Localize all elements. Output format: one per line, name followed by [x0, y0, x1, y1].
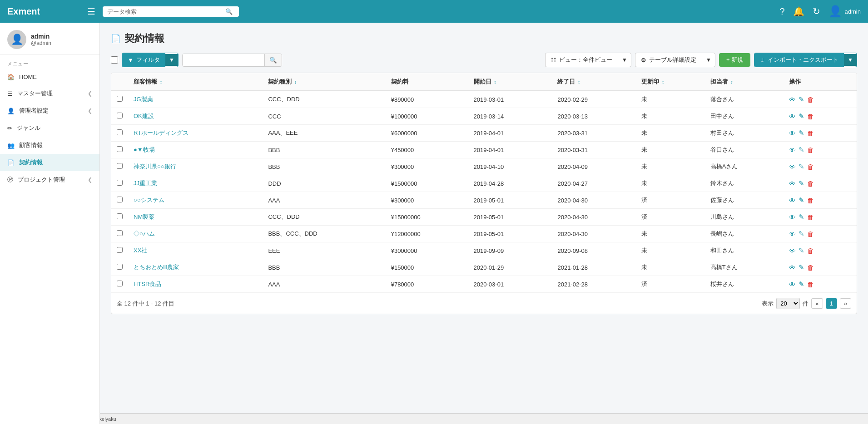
edit-action-icon[interactable]: ✎: [799, 247, 804, 255]
edit-action-icon[interactable]: ✎: [799, 163, 804, 171]
sort-icon-customer[interactable]: ↕: [160, 79, 163, 84]
hamburger-icon[interactable]: ☰: [87, 6, 95, 17]
customer-link[interactable]: RTホールディングス: [134, 129, 188, 136]
sidebar-item-contract[interactable]: 📄 契約情報: [0, 154, 99, 171]
per-page-select[interactable]: 102050100: [776, 298, 800, 309]
view-action-icon[interactable]: 👁: [789, 113, 796, 120]
current-page-button[interactable]: 1: [826, 298, 837, 309]
delete-action-icon[interactable]: 🗑: [807, 163, 814, 171]
customer-link[interactable]: とちおとめⅢ農家: [134, 264, 179, 271]
row-checkbox[interactable]: [117, 197, 123, 202]
delete-action-icon[interactable]: 🗑: [807, 197, 814, 204]
row-checkbox[interactable]: [117, 129, 123, 135]
edit-action-icon[interactable]: ✎: [799, 263, 804, 271]
row-checkbox[interactable]: [117, 113, 123, 118]
table-settings-button[interactable]: ⚙ テーブル詳細設定: [635, 53, 702, 67]
search-input[interactable]: [107, 8, 225, 15]
row-actions: 👁 ✎ 🗑: [784, 242, 857, 259]
delete-action-icon[interactable]: 🗑: [807, 129, 814, 137]
delete-action-icon[interactable]: 🗑: [807, 113, 814, 120]
row-start: 2019-03-14: [468, 108, 552, 125]
customer-link[interactable]: XX社: [134, 247, 147, 254]
row-checkbox[interactable]: [117, 146, 123, 152]
sidebar-item-customer[interactable]: 👥 顧客情報: [0, 137, 99, 154]
view-action-icon[interactable]: 👁: [789, 96, 796, 104]
customer-link[interactable]: ●▼牧場: [134, 146, 155, 153]
view-action-icon[interactable]: 👁: [789, 213, 796, 221]
filter-caret-button[interactable]: ▼: [165, 54, 178, 66]
toolbar-search-button[interactable]: 🔍: [264, 54, 282, 66]
import-export-caret-button[interactable]: ▼: [844, 54, 857, 66]
sort-icon-assignee[interactable]: ↕: [730, 79, 733, 84]
sidebar-item-project[interactable]: Ⓟ プロジェクト管理 ❮: [0, 171, 99, 188]
sort-icon-type[interactable]: ↕: [294, 79, 297, 84]
edit-action-icon[interactable]: ✎: [799, 112, 804, 120]
table-settings-caret-button[interactable]: ▼: [702, 54, 715, 66]
row-checkbox[interactable]: [117, 230, 123, 236]
row-checkbox[interactable]: [117, 180, 123, 186]
customer-link[interactable]: 神奈川県○○銀行: [134, 163, 176, 170]
import-export-button[interactable]: ⇓ インポート・エクスポート: [754, 53, 844, 67]
import-export-button-group: ⇓ インポート・エクスポート ▼: [754, 53, 857, 67]
view-button[interactable]: ☷ ビュー：全件ビュー: [546, 53, 618, 67]
sidebar-item-admin[interactable]: 👤 管理者設定 ❮: [0, 102, 99, 119]
delete-action-icon[interactable]: 🗑: [807, 213, 814, 221]
customer-link[interactable]: HTSR食品: [134, 281, 161, 287]
customer-link[interactable]: NM製薬: [134, 213, 154, 220]
row-checkbox[interactable]: [117, 264, 123, 270]
row-checkbox[interactable]: [117, 281, 123, 286]
view-action-icon[interactable]: 👁: [789, 230, 796, 238]
sidebar-item-master[interactable]: ☰ マスター管理 ❮: [0, 85, 99, 102]
next-page-button[interactable]: »: [840, 298, 851, 309]
view-action-icon[interactable]: 👁: [789, 247, 796, 255]
edit-action-icon[interactable]: ✎: [799, 213, 804, 221]
row-checkbox[interactable]: [117, 163, 123, 169]
new-button[interactable]: + 新規: [719, 53, 750, 67]
delete-action-icon[interactable]: 🗑: [807, 281, 814, 288]
customer-link[interactable]: JJ重工業: [134, 180, 157, 187]
delete-action-icon[interactable]: 🗑: [807, 96, 814, 104]
view-action-icon[interactable]: 👁: [789, 264, 796, 271]
delete-action-icon[interactable]: 🗑: [807, 180, 814, 187]
sidebar-item-genre[interactable]: ✏ ジャンル: [0, 119, 99, 137]
edit-action-icon[interactable]: ✎: [799, 179, 804, 187]
help-icon[interactable]: ?: [779, 6, 784, 17]
delete-action-icon[interactable]: 🗑: [807, 230, 814, 238]
customer-link[interactable]: JG製薬: [134, 96, 153, 103]
sidebar-item-home[interactable]: 🏠 HOME: [0, 69, 99, 85]
view-action-icon[interactable]: 👁: [789, 180, 796, 187]
edit-action-icon[interactable]: ✎: [799, 129, 804, 137]
row-checkbox[interactable]: [117, 247, 123, 253]
sort-icon-end[interactable]: ↕: [578, 79, 580, 84]
user-info[interactable]: 👤 admin: [828, 5, 861, 18]
filter-button[interactable]: ▼ フィルタ: [122, 53, 165, 67]
search-icon[interactable]: 🔍: [225, 8, 233, 15]
view-action-icon[interactable]: 👁: [789, 281, 796, 288]
sort-icon-updated[interactable]: ↕: [662, 79, 665, 84]
customer-link[interactable]: OK建設: [134, 113, 154, 119]
view-action-icon[interactable]: 👁: [789, 129, 796, 137]
delete-action-icon[interactable]: 🗑: [807, 146, 814, 154]
view-action-icon[interactable]: 👁: [789, 163, 796, 171]
prev-page-button[interactable]: «: [811, 298, 823, 309]
customer-link[interactable]: ◇○ハム: [134, 230, 155, 237]
sort-icon-start[interactable]: ↕: [494, 79, 496, 84]
view-action-icon[interactable]: 👁: [789, 197, 796, 204]
edit-action-icon[interactable]: ✎: [799, 95, 804, 104]
row-checkbox[interactable]: [117, 96, 123, 102]
row-checkbox[interactable]: [117, 213, 123, 219]
edit-action-icon[interactable]: ✎: [799, 230, 804, 238]
delete-action-icon[interactable]: 🗑: [807, 264, 814, 271]
edit-action-icon[interactable]: ✎: [799, 146, 804, 154]
select-all-checkbox[interactable]: [111, 56, 118, 64]
edit-action-icon[interactable]: ✎: [799, 196, 804, 204]
toolbar-search-field: 🔍: [182, 54, 282, 67]
toolbar-search-input[interactable]: [183, 54, 264, 66]
delete-action-icon[interactable]: 🗑: [807, 247, 814, 255]
view-caret-button[interactable]: ▼: [618, 54, 631, 66]
refresh-icon[interactable]: ↻: [813, 6, 820, 17]
customer-link[interactable]: ○○システム: [134, 197, 164, 203]
view-action-icon[interactable]: 👁: [789, 146, 796, 154]
bell-icon[interactable]: 🔔: [793, 6, 804, 17]
edit-action-icon[interactable]: ✎: [799, 280, 804, 288]
